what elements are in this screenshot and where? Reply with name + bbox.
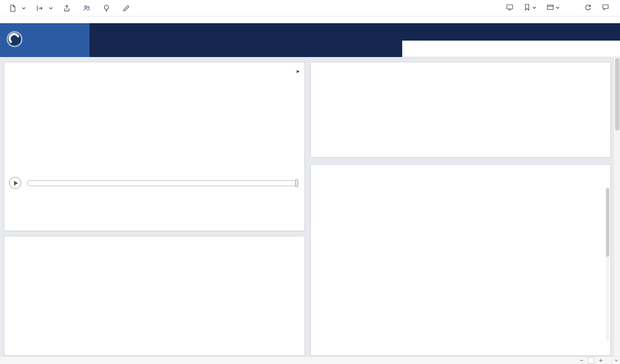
pencil-icon — [122, 4, 130, 12]
table-scrollbar[interactable] — [606, 188, 609, 341]
refresh-icon — [584, 3, 592, 13]
app-toolbar — [0, 0, 620, 16]
lightbulb-icon — [103, 4, 110, 12]
comments-button[interactable] — [598, 0, 613, 16]
line-chart[interactable] — [8, 242, 299, 342]
sales-by-industry-panel[interactable] — [310, 62, 611, 158]
get-insights-button[interactable] — [98, 0, 118, 16]
view-button[interactable] — [543, 0, 564, 16]
top-accounts-panel[interactable] — [310, 164, 611, 356]
slideshow-button[interactable] — [502, 0, 517, 16]
contoso-logo-icon — [6, 30, 23, 50]
page-scrollbar-thumb[interactable] — [615, 58, 620, 131]
bookmarks-button[interactable] — [519, 0, 541, 16]
status-bar: − + — [0, 356, 620, 364]
brand-logo-block — [0, 23, 90, 57]
file-icon — [9, 4, 16, 12]
report-canvas: ▸ — [0, 57, 620, 356]
scatter-legend: ▸ — [9, 68, 300, 74]
toolbar-right-group — [502, 0, 616, 16]
play-axis-slider[interactable] — [27, 180, 298, 186]
report-top-margin — [0, 16, 620, 23]
scatter-chart-panel[interactable]: ▸ — [4, 62, 305, 231]
scroll-down-button[interactable] — [612, 357, 620, 364]
scatter-plot[interactable] — [8, 76, 299, 171]
bookmark-icon — [523, 3, 531, 13]
page-scrollbar[interactable] — [614, 57, 620, 356]
share-icon — [63, 4, 71, 12]
export-icon — [36, 4, 44, 12]
edit-button[interactable] — [118, 0, 137, 16]
play-icon — [14, 181, 18, 186]
chevron-down-icon — [532, 4, 537, 12]
more-options-button[interactable] — [137, 0, 147, 16]
legend-scroll-right-icon[interactable]: ▸ — [297, 68, 300, 74]
zoom-level[interactable] — [588, 357, 594, 364]
slider-handle[interactable] — [295, 179, 298, 187]
play-axis — [9, 176, 300, 189]
share-button[interactable] — [58, 0, 78, 16]
slideshow-icon — [506, 3, 514, 13]
monitor-icon — [546, 3, 554, 13]
zoom-in-button[interactable]: + — [594, 357, 607, 364]
zoom-out-button[interactable]: − — [575, 357, 588, 364]
teams-icon — [83, 4, 91, 12]
report-subtabs — [402, 41, 620, 57]
top-accounts-rows — [315, 170, 606, 323]
refresh-button[interactable] — [580, 0, 596, 16]
line-chart-panel[interactable] — [4, 236, 305, 356]
table-scrollbar-thumb[interactable] — [606, 188, 609, 257]
chevron-down-icon — [48, 6, 53, 11]
report-header — [0, 23, 620, 57]
play-button[interactable] — [9, 177, 21, 189]
comment-icon — [602, 3, 609, 13]
report-subtitle-band — [90, 41, 620, 57]
chat-in-teams-button[interactable] — [78, 0, 98, 16]
page-subtitle-block — [90, 41, 402, 57]
file-menu-button[interactable] — [4, 0, 31, 16]
report-title-band — [90, 23, 620, 41]
export-menu-button[interactable] — [31, 0, 58, 16]
chevron-down-icon — [21, 6, 26, 11]
chevron-down-icon — [555, 4, 560, 12]
